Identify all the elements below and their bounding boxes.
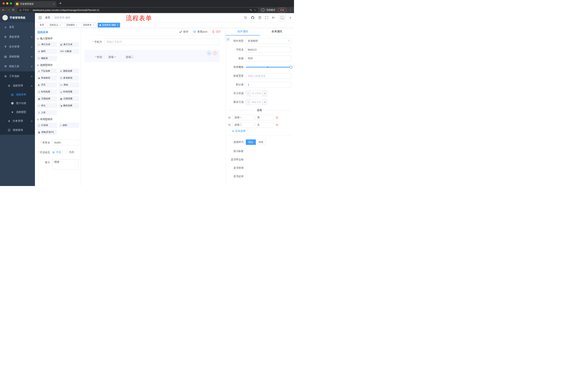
password-key-icon[interactable] xyxy=(250,9,252,11)
remove-option-icon[interactable]: ⊖ xyxy=(276,116,278,119)
palette-item-switch[interactable]: ◐开关 xyxy=(37,82,57,87)
form-remark-textarea[interactable]: 嘿嘿 xyxy=(52,159,79,170)
tab-form-props[interactable]: 表单属性 xyxy=(260,28,294,35)
remove-option-icon[interactable]: ⊖ xyxy=(276,123,278,127)
gender-option1-checkbox[interactable]: 选项一 xyxy=(104,55,116,59)
increase-button[interactable]: + xyxy=(262,91,267,96)
fullscreen-icon[interactable] xyxy=(265,16,268,19)
sidebar-item-process-mgmt[interactable]: ≣ 流程管理 ∧ xyxy=(0,81,35,90)
tag-process-model[interactable]: 流程模型 × xyxy=(64,23,79,28)
add-option-button[interactable]: ⊕ 添加选项 xyxy=(232,129,291,133)
default-value-input[interactable] xyxy=(246,82,291,87)
tag-process-definition[interactable]: 流程定义 × xyxy=(48,23,63,28)
back-button[interactable]: ← xyxy=(2,9,5,11)
decrease-button[interactable]: − xyxy=(246,99,251,105)
sidebar-item-home[interactable]: ⌂ 首页 xyxy=(0,22,35,32)
sidebar-item-workflow[interactable]: ⧉ 工作流程 ∧ xyxy=(0,71,35,81)
palette-item-date-range[interactable]: ▩日期范围 xyxy=(59,96,79,101)
close-icon[interactable]: × xyxy=(93,24,94,26)
sidebar-item-process-model[interactable]: ➤ 流程模型 xyxy=(0,108,35,117)
phone-input[interactable] xyxy=(104,39,220,45)
slider-handle[interactable] xyxy=(289,66,292,69)
palette-item-color-picker[interactable]: ◑颜色选择 xyxy=(59,103,79,108)
palette-item-table[interactable]: ▦表格[开发中] xyxy=(37,130,57,135)
palette-item-editor[interactable]: ✎编辑器 xyxy=(37,56,57,61)
palette-item-rate[interactable]: ☆评分 xyxy=(37,103,57,108)
increase-button[interactable]: + xyxy=(262,99,267,105)
palette-item-slider[interactable]: ⊷滑块 xyxy=(59,82,79,87)
sidebar-logo[interactable]: 芋道管理系统 xyxy=(0,13,35,22)
palette-item-checkbox-group[interactable]: ☑多选框组 xyxy=(59,75,79,81)
status-on-radio[interactable]: 开启 xyxy=(52,151,61,154)
palette-item-time-range[interactable]: ◶时间范围 xyxy=(59,89,79,95)
security-indicator[interactable]: 不安全 xyxy=(19,9,29,12)
palette-item-counter[interactable]: 123计数器 xyxy=(59,49,79,54)
copy-component-button[interactable] xyxy=(207,51,211,55)
sidebar-item-infra[interactable]: ▤ 基础设施 ∨ xyxy=(0,52,35,62)
close-icon[interactable]: × xyxy=(59,24,61,26)
sidebar-item-leave-query[interactable]: ☺ 请假查询 xyxy=(0,126,35,135)
font-size-icon[interactable]: T↕ xyxy=(272,16,275,19)
sidebar-item-payment[interactable]: ¥ 支付管理 ∨ xyxy=(0,42,35,52)
style-button-button[interactable]: 按钮 xyxy=(256,139,266,145)
palette-item-upload[interactable]: ↥上传 xyxy=(37,110,57,115)
clear-button[interactable]: 清空 xyxy=(212,30,221,33)
palette-item-radio-group[interactable]: ◉单选框组 xyxy=(37,75,57,81)
view-json-button[interactable]: 查看json xyxy=(193,30,207,33)
selected-component-gender[interactable]: 性别 选项一 选项二 xyxy=(84,50,220,62)
tag-process-form[interactable]: 流程表单 × xyxy=(81,23,96,28)
palette-item-select[interactable]: ⊙下拉选择 xyxy=(37,68,57,74)
palette-item-row-container[interactable]: ▢行容器 xyxy=(37,123,57,128)
palette-item-single-text[interactable]: ▭单行文本 xyxy=(37,42,57,47)
palette-item-password[interactable]: ⊛密码 xyxy=(37,49,57,54)
palette-item-cascader[interactable]: ⋔级联选择 xyxy=(59,68,79,74)
chrome-update-button[interactable]: 更新 xyxy=(278,8,286,12)
zoom-window-button[interactable] xyxy=(10,2,12,5)
palette-item-button[interactable]: ⌖按钮 xyxy=(59,123,79,128)
status-off-radio[interactable]: 关闭 xyxy=(65,151,74,154)
breadcrumb-home[interactable]: 首页 xyxy=(45,16,50,19)
browser-tab[interactable]: 芋道管理系统 × xyxy=(14,1,56,7)
collapse-sidebar-icon[interactable] xyxy=(39,16,42,19)
forward-button[interactable]: → xyxy=(7,9,10,11)
palette-item-date-picker[interactable]: ▦日期选择 xyxy=(37,96,57,101)
help-icon[interactable] xyxy=(258,16,262,19)
component-type-select[interactable]: ∨ xyxy=(246,38,291,44)
close-icon[interactable]: × xyxy=(117,24,118,26)
drag-handle-icon[interactable] xyxy=(228,116,231,119)
close-window-button[interactable] xyxy=(2,2,5,5)
decrease-button[interactable]: − xyxy=(246,91,251,96)
field-name-input[interactable] xyxy=(246,47,291,53)
save-button[interactable]: 保存 xyxy=(179,30,188,33)
link-chip-icon[interactable] xyxy=(226,37,230,42)
palette-item-multi-text[interactable]: ▤多行文本 xyxy=(59,42,79,47)
sidebar-item-devtools[interactable]: ⚒ 研发工具 ∨ xyxy=(0,62,35,71)
chrome-menu-icon[interactable]: ⋮ xyxy=(289,8,292,12)
label-width-input[interactable] xyxy=(246,73,291,79)
gender-option2-checkbox[interactable]: 选项二 xyxy=(122,55,134,59)
close-tab-icon[interactable]: × xyxy=(53,2,55,5)
tag-home[interactable]: 首页 xyxy=(38,23,46,28)
sidebar-item-system[interactable]: ⚙ 系统管理 ∨ xyxy=(0,32,35,42)
avatar-caret-icon[interactable]: ∨ xyxy=(289,17,292,19)
title-input[interactable] xyxy=(246,55,291,61)
option1-name-input[interactable] xyxy=(232,115,254,120)
minimize-window-button[interactable] xyxy=(6,2,8,5)
drag-handle-icon[interactable] xyxy=(228,124,231,126)
address-bar[interactable]: 不安全 | dashboard.yudao.iocoder.cn/bpm/man… xyxy=(17,8,258,12)
min-select-value[interactable]: 至少应选 xyxy=(251,91,262,96)
delete-component-button[interactable] xyxy=(213,51,217,55)
option2-value-input[interactable] xyxy=(255,122,274,128)
grid-slider[interactable] xyxy=(246,64,291,70)
palette-item-time-picker[interactable]: ◷时间选择 xyxy=(37,89,57,95)
tab-component-props[interactable]: 组件属性 xyxy=(226,28,260,35)
slider-track[interactable] xyxy=(246,67,291,67)
bookmark-star-icon[interactable]: ☆ xyxy=(254,9,256,11)
max-select-value[interactable]: 最多可选 xyxy=(251,99,262,105)
reload-button[interactable]: ↻ xyxy=(12,9,15,11)
sidebar-item-task-mgmt[interactable]: ⋔ 任务管理 ∨ xyxy=(0,117,35,126)
search-icon[interactable] xyxy=(244,16,247,19)
github-icon[interactable] xyxy=(251,16,254,20)
new-tab-button[interactable]: + xyxy=(59,1,62,5)
avatar[interactable] xyxy=(279,14,286,21)
